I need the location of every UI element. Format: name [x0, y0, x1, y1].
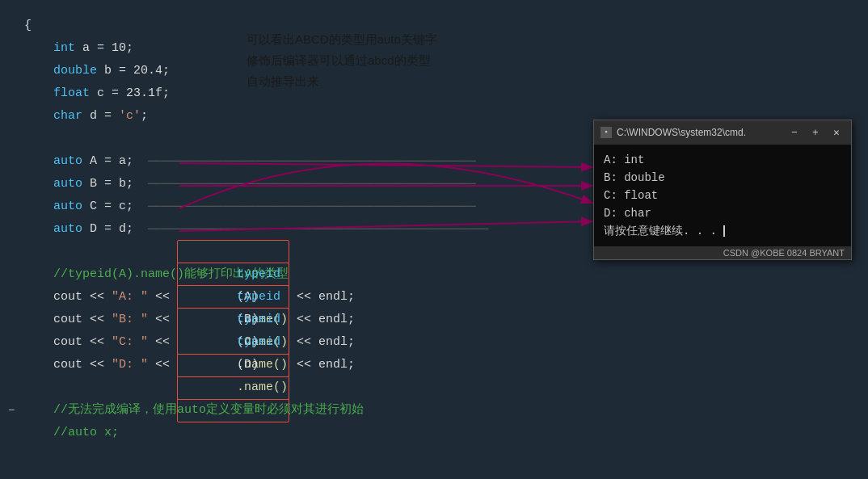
cmd-line-d: D: char	[604, 204, 841, 222]
line-float-c: float c = 23.1f;	[24, 82, 868, 105]
cmd-close-button[interactable]: ✕	[828, 126, 845, 139]
cmd-output: A: int B: double C: float D: char 请按任意键继…	[594, 145, 851, 246]
line-cout-c: cout << "C: " << typeid (C) .name() << e…	[24, 331, 868, 354]
annotation-line2: 修饰后编译器可以通过abcd的类型	[246, 50, 437, 71]
line-cout-a: cout << "A: " << typeid (A) .name() << e…	[24, 286, 868, 309]
editor-area: { int a = 10; double b = 20.4; float c =…	[0, 0, 868, 479]
annotation-line1: 可以看出ABCD的类型用auto关键字	[246, 29, 437, 50]
line-comment-auto: − //无法完成编译，使用auto定义变量时必须对其进行初始	[24, 399, 868, 422]
cmd-line-press: 请按任意键继续. . .	[604, 222, 841, 240]
line-int-a: int a = 10;	[24, 37, 868, 60]
line-brace: {	[24, 15, 868, 37]
line-empty-3	[24, 376, 868, 399]
cmd-maximize-button[interactable]: +	[807, 127, 824, 139]
line-cout-d: cout << "D: " << typeid (D) .name() << e…	[24, 354, 868, 376]
minus-icon: −	[8, 399, 15, 422]
line-comment-typeid: //typeid(A).name()能够打印出A的类型	[24, 263, 868, 286]
line-cout-b: cout << "B: " << typeid (B) .name() << e…	[24, 309, 868, 331]
cmd-minimize-button[interactable]: −	[786, 127, 803, 139]
cmd-footer: CSDN @KOBE 0824 BRYANT	[594, 246, 851, 259]
line-double-b: double b = 20.4;	[24, 60, 868, 82]
cmd-app-icon: ▪	[600, 127, 612, 138]
cmd-title-text: C:\WINDOWS\system32\cmd.	[617, 127, 782, 138]
cmd-line-c: C: float	[604, 187, 841, 204]
cmd-line-b: B: double	[604, 169, 841, 187]
cmd-line-a: A: int	[604, 151, 841, 169]
annotation-box: 可以看出ABCD的类型用auto关键字 修饰后编译器可以通过abcd的类型 自动…	[246, 29, 437, 92]
cmd-window: ▪ C:\WINDOWS\system32\cmd. − + ✕ A: int …	[593, 120, 852, 260]
line-comment-auto-x: //auto x;	[24, 422, 868, 444]
cmd-titlebar: ▪ C:\WINDOWS\system32\cmd. − + ✕	[594, 120, 851, 145]
annotation-line3: 自动推导出来	[246, 71, 437, 92]
